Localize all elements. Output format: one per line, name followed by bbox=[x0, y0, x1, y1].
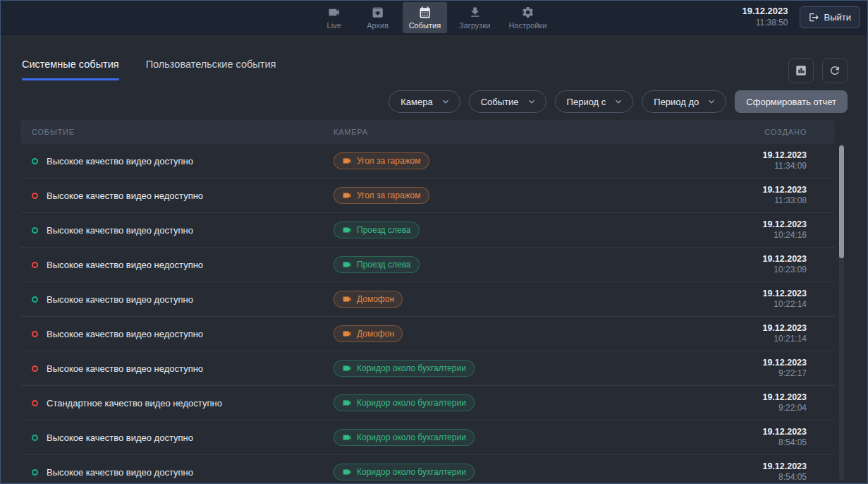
top-navigation: Live Архив События Загрузки Настройки bbox=[315, 2, 554, 33]
camera-badge[interactable]: Проезд слева bbox=[334, 256, 420, 273]
created-cell: 19.12.2023 8:54:05 bbox=[708, 461, 835, 483]
camera-cell: Проезд слева bbox=[334, 222, 708, 238]
camera-name: Коридор около бухгалтерии bbox=[357, 363, 466, 373]
camera-name: Проезд слева bbox=[357, 260, 411, 270]
chevron-down-icon bbox=[526, 96, 537, 107]
camera-name: Коридор около бухгалтерии bbox=[357, 398, 466, 408]
refresh-button[interactable] bbox=[822, 58, 848, 83]
created-date: 19.12.2023 bbox=[708, 322, 807, 334]
calendar-icon bbox=[418, 6, 432, 19]
status-icon bbox=[32, 262, 38, 268]
camera-name: Угол за гаражом bbox=[357, 156, 421, 166]
status-icon bbox=[32, 365, 38, 372]
camera-filter-dropdown[interactable]: Камера bbox=[389, 90, 460, 113]
event-label: Высокое качество видео недоступно bbox=[47, 329, 203, 339]
camera-icon bbox=[342, 432, 352, 442]
camera-icon bbox=[342, 398, 352, 408]
created-cell: 19.12.2023 10:21:14 bbox=[708, 322, 835, 345]
status-icon bbox=[32, 469, 38, 476]
chevron-down-icon bbox=[706, 96, 717, 107]
camera-name: Коридор около бухгалтерии bbox=[357, 467, 466, 477]
chevron-down-icon bbox=[440, 96, 451, 107]
app-window: Live Архив События Загрузки Настройки 19… bbox=[0, 0, 868, 484]
created-cell: 19.12.2023 10:23:09 bbox=[708, 253, 835, 276]
created-cell: 19.12.2023 10:22:14 bbox=[708, 288, 835, 310]
created-date: 19.12.2023 bbox=[708, 392, 807, 403]
scrollbar[interactable] bbox=[839, 145, 844, 480]
nav-item-settings[interactable]: Настройки bbox=[502, 2, 553, 33]
tab-user-events[interactable]: Пользовательские события bbox=[146, 59, 276, 80]
nav-item-archive[interactable]: Архив bbox=[359, 2, 397, 33]
gear-icon bbox=[521, 6, 534, 19]
camera-name: Коридор около бухгалтерии bbox=[357, 432, 466, 442]
created-time: 10:24:16 bbox=[708, 230, 807, 241]
nav-item-events[interactable]: События bbox=[403, 2, 447, 33]
period-from-dropdown[interactable]: Период с bbox=[555, 90, 634, 113]
created-cell: 19.12.2023 11:33:08 bbox=[708, 184, 835, 207]
camera-badge[interactable]: Домофон bbox=[334, 325, 403, 342]
nav-item-live[interactable]: Live bbox=[315, 2, 353, 33]
current-date: 19.12.2023 bbox=[742, 6, 788, 18]
camera-badge[interactable]: Проезд слева bbox=[334, 222, 420, 238]
created-cell: 19.12.2023 11:34:09 bbox=[708, 150, 835, 172]
camera-cell: Коридор около бухгалтерии bbox=[334, 464, 708, 480]
filters-row: Камера Событие Период с Период до Сформи… bbox=[1, 83, 867, 120]
table-row[interactable]: Высокое качество видео доступно Коридор … bbox=[20, 455, 835, 484]
period-to-dropdown[interactable]: Период до bbox=[642, 90, 726, 113]
table-row[interactable]: Высокое качество видео доступно Коридор … bbox=[20, 421, 835, 455]
generate-report-button[interactable]: Сформировать отчет bbox=[735, 90, 848, 113]
event-label: Высокое качество видео доступно bbox=[47, 156, 193, 167]
table-row[interactable]: Высокое качество видео доступно Угол за … bbox=[20, 144, 835, 179]
created-time: 8:54:05 bbox=[708, 472, 807, 483]
camera-badge[interactable]: Угол за гаражом bbox=[334, 187, 429, 204]
event-cell: Высокое качество видео недоступно bbox=[20, 329, 334, 339]
event-cell: Высокое качество видео доступно bbox=[20, 225, 334, 236]
nav-item-downloads[interactable]: Загрузки bbox=[453, 2, 496, 33]
created-cell: 19.12.2023 10:24:16 bbox=[708, 219, 835, 241]
table-row[interactable]: Стандартное качество видео недоступно Ко… bbox=[20, 386, 835, 421]
event-cell: Высокое качество видео доступно bbox=[20, 432, 334, 443]
created-time: 8:54:05 bbox=[708, 437, 807, 449]
camera-badge[interactable]: Домофон bbox=[334, 291, 403, 308]
camera-badge[interactable]: Коридор около бухгалтерии bbox=[334, 394, 475, 411]
table-body: Высокое качество видео доступно Угол за … bbox=[20, 144, 835, 484]
topbar-right: 19.12.2023 11:38:50 Выйти bbox=[742, 1, 860, 34]
event-cell: Высокое качество видео доступно bbox=[20, 156, 334, 167]
status-icon bbox=[32, 400, 38, 406]
created-time: 11:33:08 bbox=[708, 195, 807, 207]
camera-badge[interactable]: Коридор около бухгалтерии bbox=[334, 429, 475, 446]
camera-badge[interactable]: Угол за гаражом bbox=[334, 152, 429, 169]
camera-badge[interactable]: Коридор около бухгалтерии bbox=[334, 360, 475, 377]
events-table: СОБЫТИЕ КАМЕРА СОЗДАНО Высокое качество … bbox=[20, 120, 835, 484]
tab-system-events[interactable]: Системные события bbox=[22, 59, 119, 80]
camera-cell: Коридор около бухгалтерии bbox=[334, 394, 708, 411]
logout-button[interactable]: Выйти bbox=[800, 6, 861, 28]
camera-name: Проезд слева bbox=[357, 225, 411, 235]
created-cell: 19.12.2023 9:22:04 bbox=[708, 392, 835, 414]
header-event: СОБЫТИЕ bbox=[20, 128, 334, 136]
status-icon bbox=[32, 296, 38, 303]
table-row[interactable]: Высокое качество видео недоступно Проезд… bbox=[20, 248, 835, 282]
camera-cell: Коридор около бухгалтерии bbox=[334, 429, 708, 446]
table-header: СОБЫТИЕ КАМЕРА СОЗДАНО bbox=[20, 120, 835, 144]
created-date: 19.12.2023 bbox=[708, 426, 807, 437]
event-label: Высокое качество видео недоступно bbox=[47, 260, 203, 270]
event-filter-dropdown[interactable]: Событие bbox=[469, 90, 546, 113]
table-row[interactable]: Высокое качество видео недоступно Домофо… bbox=[20, 317, 835, 351]
report-list-button[interactable] bbox=[788, 58, 814, 83]
logout-icon bbox=[809, 12, 819, 23]
event-cell: Высокое качество видео доступно bbox=[20, 294, 334, 305]
table-row[interactable]: Высокое качество видео недоступно Угол з… bbox=[20, 179, 835, 213]
table-row[interactable]: Высокое качество видео доступно Домофон … bbox=[20, 282, 835, 317]
event-label: Высокое качество видео доступно bbox=[47, 225, 193, 236]
camera-icon bbox=[342, 156, 352, 166]
camera-name: Угол за гаражом bbox=[357, 190, 421, 200]
created-date: 19.12.2023 bbox=[708, 150, 807, 161]
table-row[interactable]: Высокое качество видео недоступно Коридо… bbox=[20, 351, 835, 386]
table-row[interactable]: Высокое качество видео доступно Проезд с… bbox=[20, 213, 835, 248]
camera-filter-label: Камера bbox=[401, 97, 432, 107]
created-cell: 19.12.2023 9:22:17 bbox=[708, 357, 835, 380]
camera-badge[interactable]: Коридор около бухгалтерии bbox=[334, 464, 475, 480]
status-icon bbox=[32, 193, 38, 199]
scrollbar-thumb[interactable] bbox=[839, 145, 844, 258]
